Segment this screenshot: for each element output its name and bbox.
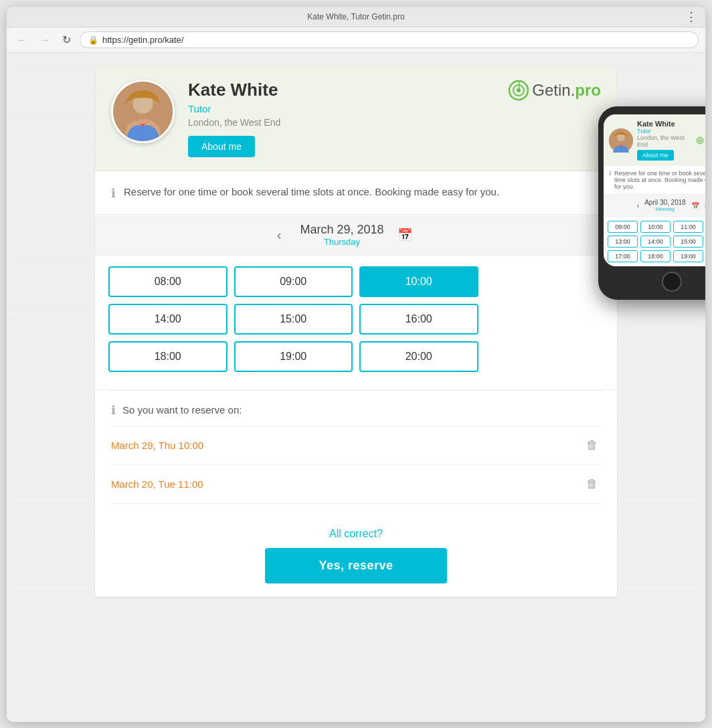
forward-button[interactable]: →	[36, 33, 54, 48]
phone-about-button[interactable]: About me	[637, 150, 674, 161]
brand-logo-text: Getin.pro	[532, 81, 601, 100]
calendar-icon[interactable]: 📅	[397, 227, 412, 242]
reservation-date-0: March 29, Thu 10:00	[111, 440, 203, 451]
browser-window: Kate White, Tutor Getin.pro ⋮ ← → ↻ 🔒 ht…	[7, 7, 705, 722]
page-content: Kate White Tutor London, the West End Ab…	[7, 53, 705, 722]
phone-home-button[interactable]	[662, 272, 682, 292]
about-me-button[interactable]: About me	[188, 136, 255, 157]
delete-reservation-1-button[interactable]: 🗑	[584, 474, 601, 494]
all-correct-text: All correct?	[111, 528, 601, 540]
time-row-1: 08:00 09:00 10:00 11:00	[108, 266, 604, 297]
prev-date-button[interactable]: ‹	[272, 225, 287, 246]
phone-slot-0900[interactable]: 09:00	[608, 221, 638, 233]
phone-avatar	[609, 128, 633, 153]
phone-profile-name: Kate White	[637, 120, 692, 128]
time-slot-1800[interactable]: 18:00	[108, 341, 228, 372]
profile-role: Tutor	[188, 103, 495, 114]
phone-screen: Kate White Tutor London, the West End Ab…	[604, 114, 705, 266]
reload-button[interactable]: ↻	[59, 32, 74, 48]
address-bar[interactable]: 🔒 https://getin.pro/kate/	[80, 31, 699, 48]
phone-slot-1300[interactable]: 13:00	[608, 236, 638, 248]
phone-calendar-icon[interactable]: 📅	[691, 202, 699, 209]
phone-slot-1800[interactable]: 18:00	[640, 250, 671, 262]
phone-slot-1700[interactable]: 17:00	[608, 250, 638, 262]
info-section: ℹ Reserve for one time or book several t…	[95, 171, 617, 215]
phone-date-nav: ‹ April 30, 2018 Monday 📅 ›	[604, 195, 705, 217]
phone-brand: Getin.pro	[696, 136, 705, 145]
profile-location: London, the West End	[188, 117, 495, 128]
phone-profile-info: Kate White Tutor London, the West End Ab…	[637, 120, 692, 161]
reservation-info-icon: ℹ	[111, 403, 116, 418]
time-row-2: 14:00 15:00 16:00 17:00	[108, 304, 604, 335]
browser-more-button[interactable]: ⋮	[685, 9, 697, 24]
date-sub: Thursday	[300, 237, 383, 247]
secure-icon: 🔒	[88, 35, 98, 45]
phone-day: Monday	[644, 206, 686, 212]
time-slot-0800[interactable]: 08:00	[108, 266, 228, 297]
info-text: Reserve for one time or book several tim…	[124, 185, 499, 200]
back-button[interactable]: ←	[13, 33, 31, 48]
phone-time-grid: 09:00 10:00 11:00 12:00 13:00 14:00 15:0…	[604, 217, 705, 266]
reservation-item-1: March 20, Tue 11:00 🗑	[111, 465, 601, 504]
browser-title: Kate White, Tutor Getin.pro	[307, 12, 404, 21]
time-slot-1400[interactable]: 14:00	[108, 304, 228, 335]
confirm-section: All correct? Yes, reserve	[95, 515, 617, 597]
avatar	[111, 80, 175, 143]
reservation-title: So you want to reserve on:	[122, 404, 242, 416]
phone-slot-1000[interactable]: 10:00	[640, 221, 671, 233]
phone-slot-1100[interactable]: 11:00	[673, 221, 703, 233]
profile-name: Kate White	[188, 80, 495, 100]
brand-logo: Getin.pro	[508, 80, 601, 101]
phone-mockup: Kate White Tutor London, the West End Ab…	[598, 106, 705, 300]
time-slots: 08:00 09:00 10:00 11:00 14:00 15:00 16:0…	[95, 256, 617, 390]
avatar-container	[111, 80, 175, 143]
reservation-item-0: March 29, Thu 10:00 🗑	[111, 426, 601, 465]
time-slot-0900[interactable]: 09:00	[234, 266, 353, 297]
phone-info: ℹ Reserve for one time or book several t…	[604, 166, 705, 195]
time-slot-1500[interactable]: 15:00	[234, 304, 353, 335]
time-row-3: 18:00 19:00 20:00	[108, 341, 604, 372]
date-nav: ‹ March 29, 2018 Thursday 📅 ›	[95, 215, 617, 256]
reservation-list: March 29, Thu 10:00 🗑 March 20, Tue 11:0…	[111, 426, 601, 504]
time-slot-1000[interactable]: 10:00	[359, 266, 478, 297]
date-display: March 29, 2018 Thursday	[300, 223, 383, 247]
phone-slot-1500[interactable]: 15:00	[673, 236, 703, 248]
phone-info-icon: ℹ	[609, 170, 611, 190]
yes-reserve-button[interactable]: Yes, reserve	[265, 548, 446, 583]
time-slot-1600[interactable]: 16:00	[359, 304, 478, 335]
info-icon: ℹ	[111, 186, 116, 201]
profile-info: Kate White Tutor London, the West End Ab…	[188, 80, 495, 157]
svg-point-40	[699, 139, 700, 141]
phone-next-button[interactable]: ›	[705, 202, 705, 209]
browser-titlebar: Kate White, Tutor Getin.pro ⋮	[7, 7, 705, 27]
phone-date: April 30, 2018	[644, 199, 686, 206]
profile-header: Kate White Tutor London, the West End Ab…	[95, 66, 617, 171]
browser-toolbar: ← → ↻ 🔒 https://getin.pro/kate/	[7, 27, 705, 53]
reservation-section: ℹ So you want to reserve on: March 29, T…	[95, 391, 617, 515]
time-slot-1900[interactable]: 19:00	[234, 341, 353, 372]
time-slot-2000[interactable]: 20:00	[359, 341, 478, 372]
phone-profile-role: Tutor	[637, 128, 692, 134]
main-card: Kate White Tutor London, the West End Ab…	[95, 66, 617, 597]
phone-slot-1900[interactable]: 19:00	[673, 250, 703, 262]
url-text: https://getin.pro/kate/	[102, 35, 183, 45]
phone-profile-header: Kate White Tutor London, the West End Ab…	[604, 114, 705, 166]
phone-slot-1400[interactable]: 14:00	[640, 236, 671, 248]
phone-info-text: Reserve for one time or book several tim…	[614, 170, 705, 190]
date-main: March 29, 2018	[300, 223, 383, 237]
phone-prev-button[interactable]: ‹	[637, 202, 639, 209]
phone-profile-location: London, the West End	[637, 134, 692, 148]
reservation-date-1: March 20, Tue 11:00	[111, 478, 203, 490]
reservation-header: ℹ So you want to reserve on:	[111, 401, 601, 418]
delete-reservation-0-button[interactable]: 🗑	[584, 436, 601, 455]
